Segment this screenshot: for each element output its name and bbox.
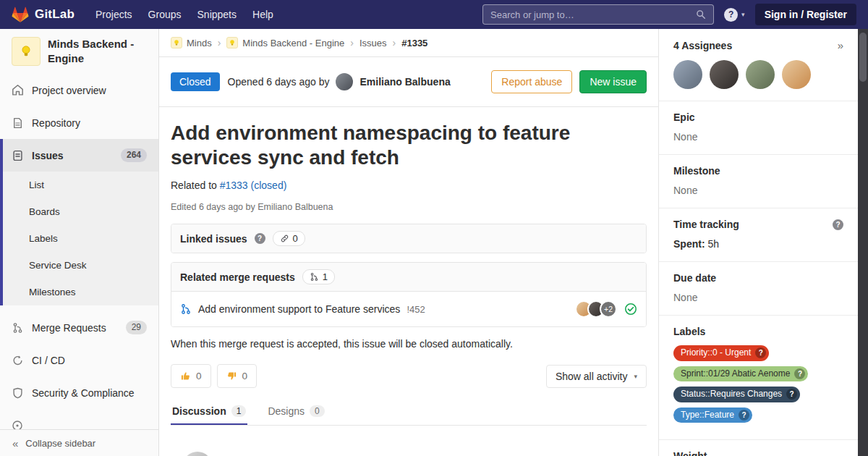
scoped-label-help-icon[interactable]: ? [786,389,797,400]
new-issue-button[interactable]: New issue [579,70,647,93]
tab-designs[interactable]: Designs 0 [266,399,326,425]
collapse-sidebar-button[interactable]: « Collapse sidebar [0,429,158,456]
thumbs-down-icon [226,371,237,381]
breadcrumb-item-issues[interactable]: Issues [359,38,387,48]
issues-count-badge: 264 [121,148,147,163]
scoped-label-help-icon[interactable]: ? [755,347,766,358]
sidebar-item-security-compliance[interactable]: Security & Compliance [0,376,158,409]
primary-nav: Projects Groups Snippets Help [88,9,281,20]
scoped-label-help-icon[interactable]: ? [739,410,749,421]
sidebar-expand-icon[interactable]: » [838,39,843,51]
breadcrumb-item-group[interactable]: Minds [171,37,212,48]
merge-request-ref: !452 [407,304,425,315]
label-priority-urgent[interactable]: Priority::0 - Urgent ? [673,345,769,361]
issue-header-buttons: Report abuse New issue [491,70,647,93]
report-abuse-button[interactable]: Report abuse [491,70,572,93]
assignee-avatar[interactable] [673,60,702,89]
sidebar-subitem-service-desk[interactable]: Service Desk [3,252,158,279]
lightbulb-icon [229,39,236,46]
breadcrumb-label: Minds [187,38,212,48]
pipeline-passed-icon[interactable] [624,303,637,316]
sidebar-item-label: Issues [32,150,64,161]
breadcrumb-current-issue: #1335 [401,38,427,48]
author-name[interactable]: Emiliano Balbuena [359,76,450,88]
scrollbar[interactable] [858,29,868,456]
thumbs-down-button[interactable]: 0 [217,364,258,388]
thumbs-up-count: 0 [196,371,202,381]
issue-status-row: Closed Opened 6 days ago by Emiliano Bal… [159,57,658,93]
nav-link-help[interactable]: Help [244,9,281,20]
merge-request-title[interactable]: Add environment support to Feature servi… [198,303,400,315]
related-mrs-count: 1 [323,271,328,282]
due-date-value: None [673,292,843,303]
spent-value: 5h [707,238,719,250]
sidebar-item-project-overview[interactable]: Project overview [0,74,158,106]
label-type-feature[interactable]: Type::Feature ? [673,408,752,423]
scrollbar-thumb[interactable] [859,33,867,82]
sidebar-item-label: Security & Compliance [32,387,135,399]
linked-issues-count-pill[interactable]: 0 [273,231,305,246]
brand-text: GitLab [35,7,75,22]
assignee-avatar[interactable] [710,60,739,89]
auto-close-note: When this merge request is accepted, thi… [171,338,647,350]
project-avatar [12,37,41,66]
merge-request-row[interactable]: Add environment support to Feature servi… [171,292,646,326]
breadcrumb: Minds › Minds Backend - Engine › Issues … [159,29,658,57]
milestone-section: Milestone None [659,155,858,208]
nav-link-snippets[interactable]: Snippets [190,9,244,20]
opened-text: Opened 6 days ago by [228,76,330,88]
sidebar-subitem-boards[interactable]: Boards [3,198,158,225]
issues-nav-group: Issues 264 List Boards Labels Service De… [0,139,158,305]
nav-link-groups[interactable]: Groups [140,9,190,20]
gitlab-tanuki-icon [12,7,29,23]
help-question-icon[interactable]: ? [255,233,265,244]
gitlab-home-link[interactable]: GitLab [12,7,75,23]
double-chevron-left-icon: « [12,437,18,449]
sidebar-item-issues[interactable]: Issues 264 [3,139,158,172]
more-avatars-badge[interactable]: +2 [600,300,617,318]
assignees-title: 4 Assignees [673,40,732,51]
author-avatar[interactable] [336,73,353,90]
sidebar-item-cicd[interactable]: CI / CD [0,344,158,376]
related-issue-link[interactable]: #1333 (closed) [220,180,287,191]
breadcrumb-item-project[interactable]: Minds Backend - Engine [226,37,344,48]
time-tracking-help-icon[interactable]: ? [833,219,843,230]
sign-in-register-button[interactable]: Sign in / Register [755,4,856,25]
milestone-value: None [673,185,843,196]
nav-link-projects[interactable]: Projects [88,9,140,20]
milestone-label: Milestone [673,165,843,177]
breadcrumb-label: Issues [359,38,387,48]
activity-filter-dropdown[interactable]: Show all activity ▾ [546,365,647,388]
breadcrumb-label: Minds Backend - Engine [242,38,344,48]
help-dropdown[interactable]: ? ▾ [724,8,745,22]
label-status-requires-changes[interactable]: Status::Requires Changes ? [673,387,800,402]
label-sprint[interactable]: Sprint::01/29 Abatic Aenome ? [673,366,808,382]
time-spent-row: Spent: 5h [673,238,843,250]
due-date-label: Due date [673,272,843,284]
linked-issues-box: Linked issues ? 0 [171,224,647,253]
epic-label: Epic [673,111,843,123]
scoped-label-help-icon[interactable]: ? [794,368,805,379]
divider [159,106,658,107]
sidebar-subitem-list[interactable]: List [3,172,158,198]
sidebar-item-label: Repository [32,117,80,129]
merge-requests-count-badge: 29 [126,321,147,335]
thumbs-down-count: 0 [242,371,248,381]
merge-request-icon [310,272,319,282]
search-input[interactable] [490,9,690,20]
tab-discussion[interactable]: Discussion 1 [171,399,247,425]
sidebar-item-merge-requests[interactable]: Merge Requests 29 [0,311,158,344]
related-to-line: Related to #1333 (closed) [171,180,647,191]
assignees-section: 4 Assignees » [659,29,858,101]
sidebar-item-repository[interactable]: Repository [0,106,158,139]
label-list: Priority::0 - Urgent ? Sprint::01/29 Aba… [673,345,843,423]
assignee-avatar[interactable] [782,60,811,89]
award-emoji-row: 0 0 Show all activity ▾ [171,364,647,388]
thumbs-up-button[interactable]: 0 [171,364,211,388]
project-context-header[interactable]: Minds Backend - Engine [0,29,158,74]
sidebar-subitem-labels[interactable]: Labels [3,225,158,252]
assignee-avatar[interactable] [746,60,775,89]
sidebar-subitem-milestones[interactable]: Milestones [3,279,158,305]
link-icon [280,234,289,243]
sidebar-item-label: Project overview [32,85,106,96]
